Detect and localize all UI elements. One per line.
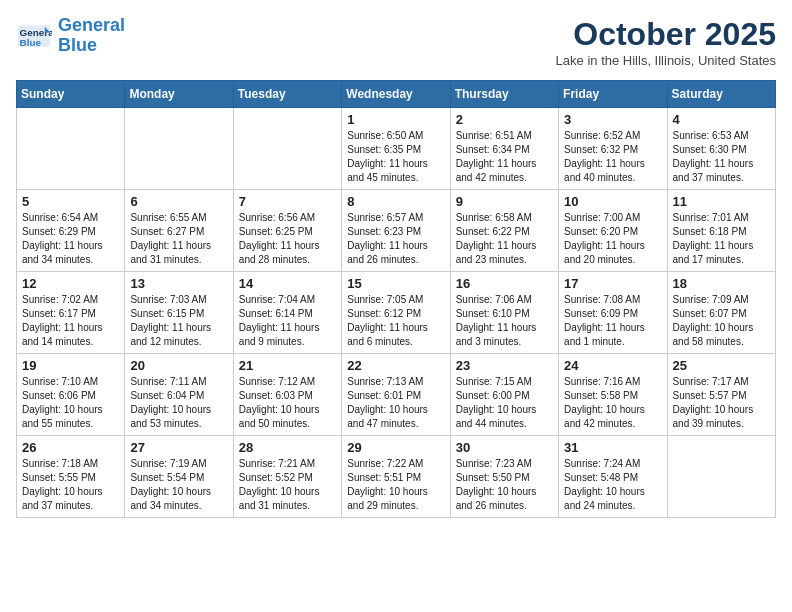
page-header: General Blue GeneralBlue October 2025 La… — [16, 16, 776, 68]
calendar-cell: 11Sunrise: 7:01 AMSunset: 6:18 PMDayligh… — [667, 190, 775, 272]
day-number: 5 — [22, 194, 119, 209]
calendar-cell: 23Sunrise: 7:15 AMSunset: 6:00 PMDayligh… — [450, 354, 558, 436]
day-info: Sunrise: 7:11 AMSunset: 6:04 PMDaylight:… — [130, 375, 227, 431]
logo-text: GeneralBlue — [58, 16, 125, 56]
day-info: Sunrise: 7:24 AMSunset: 5:48 PMDaylight:… — [564, 457, 661, 513]
weekday-header: Thursday — [450, 81, 558, 108]
day-info: Sunrise: 7:01 AMSunset: 6:18 PMDaylight:… — [673, 211, 770, 267]
calendar-cell: 2Sunrise: 6:51 AMSunset: 6:34 PMDaylight… — [450, 108, 558, 190]
svg-text:Blue: Blue — [20, 37, 42, 48]
day-info: Sunrise: 7:19 AMSunset: 5:54 PMDaylight:… — [130, 457, 227, 513]
day-number: 14 — [239, 276, 336, 291]
day-info: Sunrise: 7:00 AMSunset: 6:20 PMDaylight:… — [564, 211, 661, 267]
calendar-cell: 15Sunrise: 7:05 AMSunset: 6:12 PMDayligh… — [342, 272, 450, 354]
calendar-cell: 31Sunrise: 7:24 AMSunset: 5:48 PMDayligh… — [559, 436, 667, 518]
calendar-cell: 5Sunrise: 6:54 AMSunset: 6:29 PMDaylight… — [17, 190, 125, 272]
week-row: 12Sunrise: 7:02 AMSunset: 6:17 PMDayligh… — [17, 272, 776, 354]
calendar-cell: 6Sunrise: 6:55 AMSunset: 6:27 PMDaylight… — [125, 190, 233, 272]
day-info: Sunrise: 7:22 AMSunset: 5:51 PMDaylight:… — [347, 457, 444, 513]
logo: General Blue GeneralBlue — [16, 16, 125, 56]
day-info: Sunrise: 7:12 AMSunset: 6:03 PMDaylight:… — [239, 375, 336, 431]
day-number: 17 — [564, 276, 661, 291]
day-info: Sunrise: 6:50 AMSunset: 6:35 PMDaylight:… — [347, 129, 444, 185]
day-info: Sunrise: 7:10 AMSunset: 6:06 PMDaylight:… — [22, 375, 119, 431]
day-info: Sunrise: 6:57 AMSunset: 6:23 PMDaylight:… — [347, 211, 444, 267]
day-number: 3 — [564, 112, 661, 127]
calendar-cell: 20Sunrise: 7:11 AMSunset: 6:04 PMDayligh… — [125, 354, 233, 436]
calendar-cell — [17, 108, 125, 190]
calendar-cell: 21Sunrise: 7:12 AMSunset: 6:03 PMDayligh… — [233, 354, 341, 436]
weekday-header: Saturday — [667, 81, 775, 108]
calendar-cell: 12Sunrise: 7:02 AMSunset: 6:17 PMDayligh… — [17, 272, 125, 354]
day-info: Sunrise: 7:21 AMSunset: 5:52 PMDaylight:… — [239, 457, 336, 513]
day-info: Sunrise: 6:58 AMSunset: 6:22 PMDaylight:… — [456, 211, 553, 267]
location: Lake in the Hills, Illinois, United Stat… — [556, 53, 776, 68]
calendar-cell: 1Sunrise: 6:50 AMSunset: 6:35 PMDaylight… — [342, 108, 450, 190]
day-number: 24 — [564, 358, 661, 373]
calendar-cell: 14Sunrise: 7:04 AMSunset: 6:14 PMDayligh… — [233, 272, 341, 354]
week-row: 5Sunrise: 6:54 AMSunset: 6:29 PMDaylight… — [17, 190, 776, 272]
day-number: 10 — [564, 194, 661, 209]
calendar-cell: 8Sunrise: 6:57 AMSunset: 6:23 PMDaylight… — [342, 190, 450, 272]
calendar-cell: 18Sunrise: 7:09 AMSunset: 6:07 PMDayligh… — [667, 272, 775, 354]
day-info: Sunrise: 7:08 AMSunset: 6:09 PMDaylight:… — [564, 293, 661, 349]
day-info: Sunrise: 6:53 AMSunset: 6:30 PMDaylight:… — [673, 129, 770, 185]
day-number: 25 — [673, 358, 770, 373]
calendar-cell: 28Sunrise: 7:21 AMSunset: 5:52 PMDayligh… — [233, 436, 341, 518]
day-info: Sunrise: 7:06 AMSunset: 6:10 PMDaylight:… — [456, 293, 553, 349]
calendar-cell — [233, 108, 341, 190]
calendar-cell: 10Sunrise: 7:00 AMSunset: 6:20 PMDayligh… — [559, 190, 667, 272]
day-number: 22 — [347, 358, 444, 373]
title-area: October 2025 Lake in the Hills, Illinois… — [556, 16, 776, 68]
day-number: 30 — [456, 440, 553, 455]
calendar-cell — [667, 436, 775, 518]
day-number: 9 — [456, 194, 553, 209]
weekday-header: Monday — [125, 81, 233, 108]
day-info: Sunrise: 7:18 AMSunset: 5:55 PMDaylight:… — [22, 457, 119, 513]
day-number: 27 — [130, 440, 227, 455]
day-number: 15 — [347, 276, 444, 291]
day-info: Sunrise: 7:03 AMSunset: 6:15 PMDaylight:… — [130, 293, 227, 349]
day-number: 6 — [130, 194, 227, 209]
day-number: 7 — [239, 194, 336, 209]
day-number: 11 — [673, 194, 770, 209]
day-number: 31 — [564, 440, 661, 455]
day-number: 12 — [22, 276, 119, 291]
calendar-cell: 7Sunrise: 6:56 AMSunset: 6:25 PMDaylight… — [233, 190, 341, 272]
calendar-cell: 9Sunrise: 6:58 AMSunset: 6:22 PMDaylight… — [450, 190, 558, 272]
day-info: Sunrise: 6:55 AMSunset: 6:27 PMDaylight:… — [130, 211, 227, 267]
calendar-cell: 29Sunrise: 7:22 AMSunset: 5:51 PMDayligh… — [342, 436, 450, 518]
day-number: 20 — [130, 358, 227, 373]
calendar-cell: 3Sunrise: 6:52 AMSunset: 6:32 PMDaylight… — [559, 108, 667, 190]
day-number: 2 — [456, 112, 553, 127]
weekday-header: Wednesday — [342, 81, 450, 108]
calendar-cell: 19Sunrise: 7:10 AMSunset: 6:06 PMDayligh… — [17, 354, 125, 436]
calendar-cell: 17Sunrise: 7:08 AMSunset: 6:09 PMDayligh… — [559, 272, 667, 354]
day-info: Sunrise: 7:15 AMSunset: 6:00 PMDaylight:… — [456, 375, 553, 431]
day-number: 13 — [130, 276, 227, 291]
day-info: Sunrise: 7:02 AMSunset: 6:17 PMDaylight:… — [22, 293, 119, 349]
day-info: Sunrise: 7:16 AMSunset: 5:58 PMDaylight:… — [564, 375, 661, 431]
day-number: 23 — [456, 358, 553, 373]
day-info: Sunrise: 7:17 AMSunset: 5:57 PMDaylight:… — [673, 375, 770, 431]
day-info: Sunrise: 6:54 AMSunset: 6:29 PMDaylight:… — [22, 211, 119, 267]
day-info: Sunrise: 7:13 AMSunset: 6:01 PMDaylight:… — [347, 375, 444, 431]
calendar: SundayMondayTuesdayWednesdayThursdayFrid… — [16, 80, 776, 518]
day-number: 4 — [673, 112, 770, 127]
day-number: 8 — [347, 194, 444, 209]
week-row: 19Sunrise: 7:10 AMSunset: 6:06 PMDayligh… — [17, 354, 776, 436]
calendar-cell: 24Sunrise: 7:16 AMSunset: 5:58 PMDayligh… — [559, 354, 667, 436]
day-info: Sunrise: 7:04 AMSunset: 6:14 PMDaylight:… — [239, 293, 336, 349]
day-info: Sunrise: 7:05 AMSunset: 6:12 PMDaylight:… — [347, 293, 444, 349]
calendar-cell: 4Sunrise: 6:53 AMSunset: 6:30 PMDaylight… — [667, 108, 775, 190]
weekday-header: Sunday — [17, 81, 125, 108]
calendar-cell: 25Sunrise: 7:17 AMSunset: 5:57 PMDayligh… — [667, 354, 775, 436]
day-number: 19 — [22, 358, 119, 373]
month-title: October 2025 — [556, 16, 776, 53]
day-number: 18 — [673, 276, 770, 291]
day-number: 1 — [347, 112, 444, 127]
weekday-header: Friday — [559, 81, 667, 108]
day-number: 29 — [347, 440, 444, 455]
day-number: 26 — [22, 440, 119, 455]
day-info: Sunrise: 6:56 AMSunset: 6:25 PMDaylight:… — [239, 211, 336, 267]
